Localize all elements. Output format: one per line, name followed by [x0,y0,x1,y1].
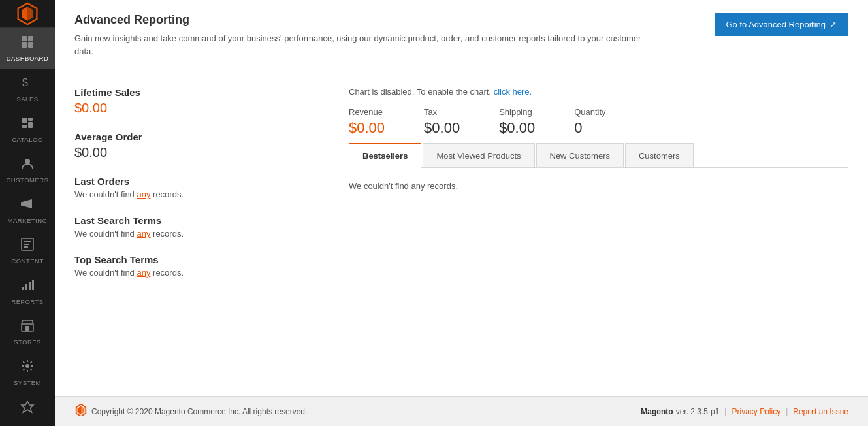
tab-content-area: We couldn't find any records. [349,168,848,204]
footer-version: ver. 2.3.5-p1 [676,407,720,416]
sidebar-item-dashboard[interactable]: DASHBOARD [0,28,55,69]
metrics-row: Lifetime Sales $0.00 Average Order $0.00… [74,87,848,293]
last-search-link[interactable]: any [137,229,150,238]
content-area: Advanced Reporting Gain new insights and… [55,0,868,396]
top-search-link[interactable]: any [137,268,150,278]
tab-no-records: We couldn't find any records. [349,181,458,191]
svg-rect-15 [24,241,31,242]
footer-copyright: Copyright © 2020 Magento Commerce Inc. A… [91,407,307,416]
last-orders-no-records: We couldn't find any records. [74,189,349,199]
tabs-nav: Bestsellers Most Viewed Products New Cus… [349,143,848,168]
last-orders-section: Last Orders We couldn't find any records… [74,176,349,199]
footer-right: Magento ver. 2.3.5-p1 | Privacy Policy |… [641,407,848,416]
svg-marker-25 [22,401,33,412]
svg-point-24 [25,364,29,368]
sidebar-item-label: CONTENT [11,257,43,265]
external-link-icon: ↗ [829,20,837,29]
advanced-reporting-text: Advanced Reporting Gain new insights and… [74,13,643,57]
last-orders-title: Last Orders [74,176,349,187]
revenue-value: $0.00 [349,120,385,137]
quantity-label: Quantity [574,107,605,117]
privacy-policy-link[interactable]: Privacy Policy [731,407,780,416]
svg-rect-16 [24,244,29,245]
footer-logo-icon [74,403,88,419]
content-icon [20,237,35,255]
sales-icon: $ [20,75,35,93]
sidebar-item-label: STORES [14,338,41,346]
sidebar-item-stores[interactable]: STORES [0,312,55,352]
sidebar-item-system[interactable]: SYSTEM [0,352,55,393]
sidebar-item-label: MARKETING [8,217,48,224]
svg-rect-20 [29,282,31,290]
svg-rect-10 [28,122,33,128]
catalog-icon [20,116,35,133]
footer: Copyright © 2020 Magento Commerce Inc. A… [55,396,868,426]
sidebar-item-marketing[interactable]: MARKETING [0,190,55,231]
footer-separator: | [724,407,726,416]
revenue-stat: Revenue $0.00 [349,107,385,137]
tax-label: Tax [424,107,460,117]
svg-marker-28 [78,406,81,415]
sidebar-item-extra[interactable] [0,393,55,426]
revenue-label: Revenue [349,107,385,117]
svg-rect-13 [21,202,23,206]
svg-rect-17 [24,246,28,248]
magento-logo-icon [16,2,39,25]
sidebar-item-reports[interactable]: REPORTS [0,271,55,312]
chart-enable-link[interactable]: click here. [494,87,532,97]
tabs-section: Bestsellers Most Viewed Products New Cus… [349,143,848,204]
tab-customers[interactable]: Customers [625,143,694,167]
sidebar-item-content[interactable]: CONTENT [0,231,55,271]
last-search-terms-title: Last Search Terms [74,215,349,226]
advanced-reporting-section: Advanced Reporting Gain new insights and… [74,13,848,71]
svg-marker-27 [81,406,84,415]
svg-rect-8 [22,118,27,123]
sidebar-item-customers[interactable]: CUSTOMERS [0,150,55,190]
metrics-right: Chart is disabled. To enable the chart, … [349,87,848,293]
svg-marker-1 [27,7,33,21]
svg-rect-4 [28,36,33,41]
last-orders-link[interactable]: any [137,189,150,199]
stores-icon [20,318,35,336]
stats-row: Revenue $0.00 Tax $0.00 Shipping $0.00 Q… [349,107,848,137]
tab-bestsellers[interactable]: Bestsellers [349,143,421,168]
quantity-stat: Quantity 0 [574,107,605,137]
average-order-block: Average Order $0.00 [74,131,349,160]
tab-most-viewed-products[interactable]: Most Viewed Products [423,143,534,167]
svg-point-12 [25,159,30,164]
tax-stat: Tax $0.00 [424,107,460,137]
shipping-value: $0.00 [499,120,535,137]
svg-rect-19 [25,284,27,290]
sidebar-item-label: CATALOG [12,136,43,143]
svg-rect-18 [22,287,24,290]
go-to-advanced-reporting-button[interactable]: Go to Advanced Reporting ↗ [715,13,849,36]
sidebar-item-sales[interactable]: $ SALES [0,69,55,109]
advanced-reporting-button-label: Go to Advanced Reporting [726,20,826,29]
chart-disabled-text: Chart is disabled. To enable the chart, [349,87,494,97]
metrics-left: Lifetime Sales $0.00 Average Order $0.00… [74,87,349,293]
average-order-label: Average Order [74,131,349,142]
reports-icon [20,278,35,295]
sidebar-item-label: DASHBOARD [7,55,49,62]
sidebar: DASHBOARD $ SALES CATALOG CUSTOMERS MARK… [0,0,55,426]
sidebar-item-catalog[interactable]: CATALOG [0,109,55,150]
average-order-value: $0.00 [74,145,349,160]
lifetime-sales-label: Lifetime Sales [74,87,349,98]
shipping-label: Shipping [499,107,535,117]
report-issue-link[interactable]: Report an Issue [793,407,848,416]
footer-left: Copyright © 2020 Magento Commerce Inc. A… [74,403,307,419]
main-content: Advanced Reporting Gain new insights and… [55,0,868,426]
lifetime-sales-value: $0.00 [74,101,349,116]
svg-rect-21 [32,280,34,290]
tab-new-customers[interactable]: New Customers [536,143,624,167]
quantity-value: 0 [574,120,605,137]
svg-rect-3 [22,36,27,41]
top-search-terms-no-records: We couldn't find any records. [74,268,349,278]
footer-separator-2: | [786,407,788,416]
svg-marker-2 [22,7,27,21]
last-search-terms-section: Last Search Terms We couldn't find any r… [74,215,349,238]
sidebar-item-label: SALES [16,95,38,103]
marketing-icon [20,197,35,214]
svg-rect-11 [22,125,27,128]
chart-disabled-message: Chart is disabled. To enable the chart, … [349,87,848,97]
